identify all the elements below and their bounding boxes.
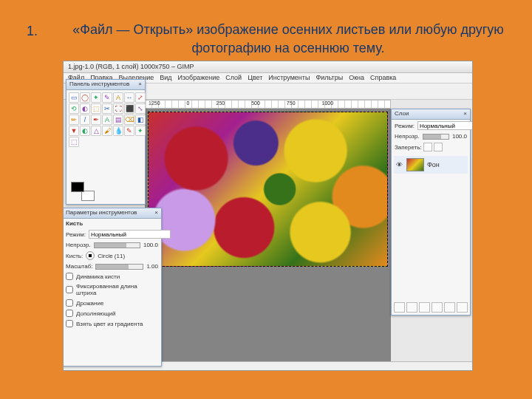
tool-button[interactable]: /: [80, 115, 90, 125]
tool-button[interactable]: ▭: [69, 92, 79, 103]
raise-layer-button[interactable]: [406, 302, 417, 313]
opacity-slider[interactable]: [94, 242, 140, 248]
toolbox-titlebar[interactable]: Панель инструментов ×: [66, 80, 145, 90]
tool-button[interactable]: ✦: [91, 92, 101, 103]
tool-button[interactable]: ◯: [80, 92, 90, 103]
opacity-value: 100.0: [143, 242, 158, 248]
lock-alpha-button[interactable]: [434, 143, 443, 151]
menu-color[interactable]: Цвет: [248, 74, 262, 82]
scale-value: 1.00: [146, 263, 158, 270]
layers-mode-label: Режим:: [395, 123, 415, 129]
delete-layer-button[interactable]: [457, 302, 468, 313]
toolbox-window: Панель инструментов × ▭◯✦✎A↔⤢⟲◐⬚✂⛶⬛⤡✏/✒A…: [66, 79, 146, 205]
brush-label: Кисть:: [66, 253, 83, 259]
tool-button[interactable]: ⤡: [135, 103, 146, 114]
layers-opacity-label: Непрозр.: [395, 133, 420, 140]
close-icon[interactable]: ×: [154, 209, 158, 217]
tool-button[interactable]: ✂: [102, 103, 112, 114]
mode-label: Режим:: [66, 231, 86, 238]
scale-label: Масштаб:: [66, 263, 92, 270]
tool-button[interactable]: ✦: [135, 126, 146, 136]
tool-button[interactable]: ✎: [124, 126, 134, 136]
ruler-horizontal: 1250 0 250 500 750 1000: [145, 100, 391, 109]
menu-tools[interactable]: Инструменты: [268, 74, 310, 82]
layer-row[interactable]: 👁 Фон: [394, 156, 468, 174]
tool-button[interactable]: ⌫: [124, 115, 134, 125]
duplicate-layer-button[interactable]: [432, 302, 443, 313]
background-color[interactable]: [81, 191, 95, 201]
menu-windows[interactable]: Окна: [349, 74, 364, 82]
tool-button[interactable]: ↔: [124, 92, 134, 103]
tool-button[interactable]: 🖌: [102, 126, 112, 136]
color-swatches[interactable]: [71, 182, 95, 201]
slide-number: 1.: [27, 24, 38, 39]
tool-options-window: Параметры инструментов × Кисть Режим: Не…: [63, 208, 162, 366]
gimp-window: 1.jpg-1.0 (RGB, 1 слой) 1000x750 – GIMP …: [63, 61, 473, 371]
layer-thumbnail: [406, 158, 424, 171]
menu-filters[interactable]: Фильтры: [316, 74, 343, 82]
dynamics-checkbox[interactable]: [66, 273, 73, 280]
brush-preview-icon[interactable]: [86, 251, 95, 260]
tool-button[interactable]: ◐: [80, 103, 90, 114]
close-icon[interactable]: ×: [463, 110, 467, 118]
layers-opacity-slider[interactable]: [423, 134, 449, 140]
layers-mode-select[interactable]: [417, 121, 473, 130]
tool-button[interactable]: A: [102, 115, 112, 125]
lock-pixels-button[interactable]: [423, 143, 432, 151]
tool-button[interactable]: ⬚: [69, 137, 79, 147]
tool-button[interactable]: ▼: [69, 126, 79, 136]
anchor-layer-button[interactable]: [444, 302, 455, 313]
tool-button[interactable]: ⬚: [91, 103, 101, 114]
tool-button[interactable]: 💧: [113, 126, 123, 136]
layer-buttons: [394, 302, 468, 313]
fixed-checkbox[interactable]: [66, 286, 73, 293]
brush-header: Кисть: [63, 219, 161, 228]
scale-slider[interactable]: [95, 264, 143, 270]
layer-name: Фон: [427, 161, 440, 168]
tool-button[interactable]: ▤: [113, 115, 123, 125]
tool-button[interactable]: ⟲: [69, 103, 79, 114]
jitter-checkbox[interactable]: [66, 299, 73, 307]
close-icon[interactable]: ×: [138, 81, 142, 89]
visibility-icon[interactable]: 👁: [396, 161, 403, 168]
canvas-area: [145, 109, 391, 361]
menu-image[interactable]: Изображение: [178, 74, 220, 82]
window-titlebar: 1.jpg-1.0 (RGB, 1 слой) 1000x750 – GIMP: [64, 61, 472, 73]
layers-window: Слои × Режим: Непрозр. 100.0 Запереть: 👁…: [391, 109, 471, 316]
gradient-checkbox[interactable]: [66, 320, 73, 327]
tool-button[interactable]: ◧: [135, 115, 146, 125]
tool-button[interactable]: ◐: [80, 126, 90, 136]
slide-title: «Файл — Открыть» изображение осенних лис…: [66, 21, 510, 58]
tool-button[interactable]: ⛶: [113, 103, 123, 114]
tool-button[interactable]: ✏: [69, 115, 79, 125]
tool-button[interactable]: ✒: [91, 115, 101, 125]
tool-button[interactable]: △: [91, 126, 101, 136]
mode-select[interactable]: [89, 230, 171, 239]
opacity-label: Непрозр.: [66, 242, 91, 248]
incremental-checkbox[interactable]: [66, 310, 73, 317]
lock-label: Запереть:: [395, 144, 422, 151]
menu-help[interactable]: Справка: [370, 74, 396, 82]
brush-value: Circle (11): [98, 253, 125, 259]
menu-layer[interactable]: Слой: [225, 74, 242, 82]
tool-button[interactable]: ✎: [102, 92, 112, 103]
tool-button[interactable]: ⤢: [135, 92, 146, 103]
tool-options-titlebar[interactable]: Параметры инструментов ×: [63, 208, 161, 219]
lower-layer-button[interactable]: [419, 302, 430, 313]
tool-button[interactable]: A: [113, 92, 123, 103]
tool-button[interactable]: ⬛: [124, 103, 134, 114]
tool-grid: ▭◯✦✎A↔⤢⟲◐⬚✂⛶⬛⤡✏/✒A▤⌫◧▼◐△🖌💧✎✦⬚: [66, 90, 145, 149]
foreground-color[interactable]: [71, 182, 84, 192]
new-layer-button[interactable]: [394, 302, 405, 313]
image-canvas[interactable]: [148, 112, 388, 267]
menu-view[interactable]: Вид: [160, 74, 171, 82]
layers-opacity-value: 100.0: [452, 133, 467, 140]
layers-titlebar[interactable]: Слои ×: [392, 109, 470, 120]
